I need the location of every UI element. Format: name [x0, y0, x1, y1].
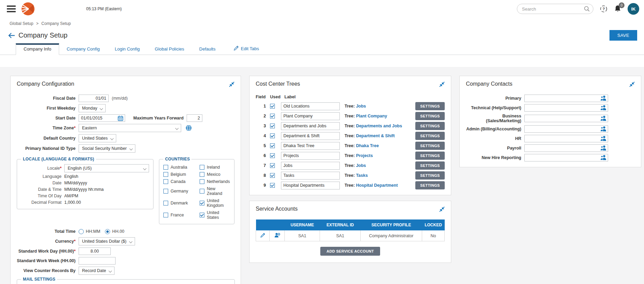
- settings-button[interactable]: SETTINGS: [415, 102, 445, 110]
- label-input[interactable]: [281, 122, 340, 130]
- settings-button[interactable]: SETTINGS: [415, 122, 445, 130]
- hamburger-menu-icon[interactable]: [7, 5, 16, 12]
- tree-name-link[interactable]: Tasks: [356, 173, 368, 178]
- select-user-icon[interactable]: [600, 95, 607, 102]
- locale-select[interactable]: English (US): [64, 164, 149, 172]
- business-contact-input[interactable]: [524, 115, 608, 122]
- tree-name-link[interactable]: Projects: [356, 153, 373, 158]
- collapse-panel-icon[interactable]: [439, 82, 445, 88]
- tab-company-info[interactable]: Company Info: [16, 43, 59, 55]
- total-time-hh00-radio[interactable]: [105, 229, 110, 234]
- country-checkbox[interactable]: [163, 213, 168, 217]
- max-years-forward-input[interactable]: [187, 114, 202, 122]
- standard-work-day-input[interactable]: [79, 247, 111, 255]
- used-checkbox[interactable]: [270, 124, 275, 128]
- settings-button[interactable]: SETTINGS: [415, 112, 445, 120]
- fiscal-date-input[interactable]: [79, 95, 109, 102]
- select-user-icon[interactable]: [600, 145, 607, 152]
- tree-name-link[interactable]: Plant Company: [356, 114, 387, 118]
- standard-work-week-input[interactable]: [79, 257, 116, 265]
- calendar-icon[interactable]: [118, 115, 123, 123]
- used-checkbox[interactable]: [270, 143, 275, 148]
- collapse-panel-icon[interactable]: [439, 207, 445, 213]
- tab-company-config[interactable]: Company Config: [59, 44, 107, 55]
- company-logo[interactable]: [21, 2, 35, 16]
- add-service-account-button[interactable]: ADD SERVICE ACCOUNT: [320, 247, 380, 256]
- country-checkbox[interactable]: [200, 189, 204, 194]
- select-user-icon[interactable]: [600, 105, 607, 112]
- used-checkbox[interactable]: [270, 173, 275, 178]
- tab-global-policies[interactable]: Global Policies: [147, 44, 192, 55]
- help-icon[interactable]: ?: [600, 5, 608, 13]
- used-checkbox[interactable]: [270, 114, 275, 118]
- settings-button[interactable]: SETTINGS: [415, 181, 445, 189]
- country-checkbox[interactable]: [200, 165, 204, 170]
- edit-tabs-button[interactable]: Edit Tabs: [234, 46, 259, 55]
- tree-name-link[interactable]: Jobs: [356, 104, 366, 109]
- used-checkbox[interactable]: [270, 133, 275, 138]
- time-zone-select[interactable]: Eastern: [79, 124, 181, 132]
- hr-contact-input[interactable]: [524, 135, 608, 142]
- select-user-icon[interactable]: [600, 115, 607, 123]
- primary-national-id-select[interactable]: Social Security Number: [79, 144, 135, 153]
- country-checkbox[interactable]: [200, 179, 204, 184]
- payroll-contact-input[interactable]: [524, 144, 608, 152]
- collapse-panel-icon[interactable]: [229, 82, 234, 88]
- label-input[interactable]: [281, 152, 340, 160]
- tree-name-link[interactable]: Dhaka Tree: [356, 143, 379, 148]
- tab-login-config[interactable]: Login Config: [107, 44, 147, 55]
- search-input[interactable]: [517, 4, 593, 14]
- back-arrow-icon[interactable]: [8, 32, 15, 39]
- country-checkbox[interactable]: [200, 172, 204, 177]
- default-country-select[interactable]: United States: [79, 134, 116, 142]
- country-checkbox[interactable]: [163, 179, 168, 184]
- used-checkbox[interactable]: [270, 153, 275, 158]
- view-counter-records-by-select[interactable]: Record Date: [79, 267, 115, 275]
- country-checkbox[interactable]: [163, 172, 168, 177]
- tree-name-link[interactable]: Departments and Jobs: [356, 124, 402, 128]
- user-avatar[interactable]: IK: [628, 3, 639, 15]
- country-checkbox[interactable]: [163, 201, 168, 205]
- new-hire-reporting-input[interactable]: [524, 154, 608, 161]
- tree-name-link[interactable]: Hospital Department: [356, 183, 398, 188]
- collapse-panel-icon[interactable]: [629, 82, 635, 88]
- breadcrumb-global-setup[interactable]: Global Setup: [10, 21, 33, 26]
- country-checkbox[interactable]: [200, 213, 204, 217]
- primary-contact-input[interactable]: [524, 95, 608, 102]
- notifications-bell-icon[interactable]: 0: [614, 5, 621, 13]
- currency-select[interactable]: United States Dollar ($): [79, 237, 135, 245]
- select-user-icon[interactable]: [600, 155, 607, 162]
- deactivate-user-icon[interactable]: [270, 230, 285, 241]
- country-checkbox[interactable]: [163, 189, 168, 194]
- tab-defaults[interactable]: Defaults: [192, 44, 223, 55]
- edit-account-icon[interactable]: [256, 230, 270, 241]
- total-time-hhmm-radio[interactable]: [79, 229, 84, 234]
- label-input[interactable]: [281, 112, 340, 120]
- label-input[interactable]: [281, 132, 340, 140]
- label-input[interactable]: [281, 182, 340, 189]
- label-input[interactable]: [281, 172, 340, 180]
- technical-contact-input[interactable]: [524, 104, 608, 112]
- select-user-icon[interactable]: [600, 136, 607, 143]
- label-input[interactable]: [281, 102, 340, 110]
- save-button[interactable]: SAVE: [609, 30, 637, 41]
- used-checkbox[interactable]: [270, 104, 275, 109]
- label-input[interactable]: [281, 142, 340, 150]
- country-checkbox[interactable]: [200, 201, 204, 205]
- country-checkbox[interactable]: [163, 165, 168, 170]
- settings-button[interactable]: SETTINGS: [415, 132, 445, 140]
- settings-button[interactable]: SETTINGS: [415, 152, 445, 160]
- label-input[interactable]: [281, 162, 340, 170]
- settings-button[interactable]: SETTINGS: [415, 142, 445, 150]
- breadcrumb-company-setup[interactable]: Company Setup: [41, 21, 71, 26]
- search-icon[interactable]: [584, 6, 590, 13]
- tree-name-link[interactable]: Department & Shift: [356, 133, 394, 138]
- settings-button[interactable]: SETTINGS: [415, 161, 445, 170]
- used-checkbox[interactable]: [270, 163, 275, 168]
- first-weekday-select[interactable]: Monday: [79, 104, 106, 112]
- tree-name-link[interactable]: Jobs: [356, 163, 366, 168]
- admin-contact-input[interactable]: [524, 125, 608, 133]
- globe-icon[interactable]: [185, 125, 192, 131]
- select-user-icon[interactable]: [600, 126, 607, 133]
- settings-button[interactable]: SETTINGS: [415, 171, 445, 180]
